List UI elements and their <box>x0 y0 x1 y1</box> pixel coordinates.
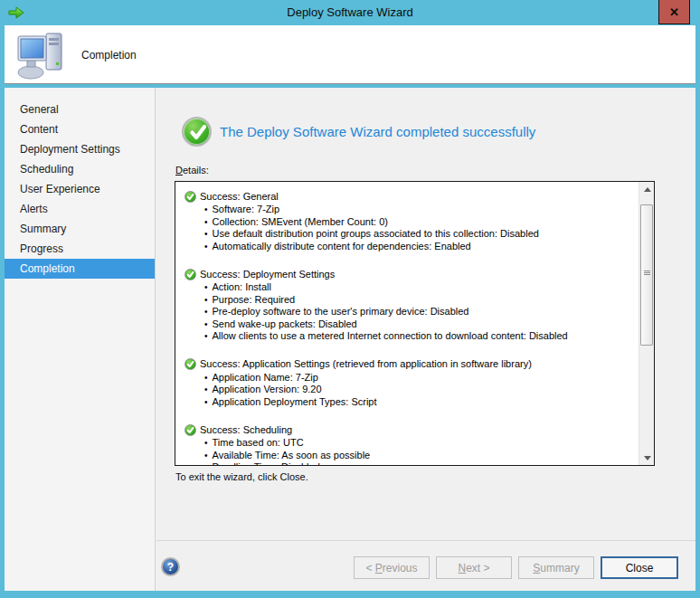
summary-button[interactable]: Summary <box>518 556 594 579</box>
button-row: < Previous Next > Summary Close <box>354 556 678 579</box>
details-label: Details: <box>175 165 209 176</box>
detail-item: Available Time: As soon as possible <box>204 450 635 462</box>
sidebar-item-progress[interactable]: Progress <box>5 239 155 259</box>
detail-item: Use default distribution point groups as… <box>204 228 635 241</box>
close-icon: ✕ <box>669 5 679 19</box>
success-icon <box>182 117 212 147</box>
success-check-icon <box>184 191 196 203</box>
details-section-deployment-settings: Success: Deployment Settings Action: Ins… <box>184 268 635 343</box>
details-section-general: Success: General Software: 7-Zip Collect… <box>184 190 635 252</box>
detail-item: Application Name: 7-Zip <box>204 372 635 384</box>
detail-item: Pre-deploy software to the user's primar… <box>204 306 635 318</box>
sidebar-item-general[interactable]: General <box>5 100 155 119</box>
detail-item: Action: Install <box>204 281 635 294</box>
detail-item: Application Deployment Types: Script <box>204 396 635 409</box>
success-check-icon <box>184 358 196 370</box>
detail-item: Application Version: 9.20 <box>204 384 635 396</box>
section-title: Success: Application Settings (retrieved… <box>200 358 532 370</box>
section-title: Success: General <box>200 191 279 203</box>
details-section-scheduling: Success: Scheduling Time based on: UTC A… <box>184 423 635 465</box>
detail-item: Purpose: Required <box>204 294 635 307</box>
scroll-up-button[interactable] <box>639 182 655 196</box>
detail-item: Collection: SMEvent (Member Count: 0) <box>204 216 635 229</box>
scroll-down-button[interactable] <box>639 451 655 465</box>
exit-note: To exit the wizard, click Close. <box>175 471 308 482</box>
next-button[interactable]: Next > <box>436 556 512 579</box>
help-icon: ? <box>167 561 174 574</box>
success-check-icon <box>184 424 196 436</box>
sidebar-item-scheduling[interactable]: Scheduling <box>5 159 155 179</box>
sidebar-item-deployment-settings[interactable]: Deployment Settings <box>5 139 155 159</box>
detail-item: Automatically distribute content for dep… <box>204 241 635 253</box>
details-scrollbar[interactable] <box>639 182 654 465</box>
sidebar-item-user-experience[interactable]: User Experience <box>5 179 155 199</box>
close-button[interactable]: ✕ <box>658 0 690 24</box>
sidebar-item-summary[interactable]: Summary <box>5 219 155 239</box>
deploy-software-wizard-window: Deploy Software Wizard ✕ <box>0 0 700 598</box>
sidebar-item-completion[interactable]: Completion <box>5 259 155 279</box>
wizard-header: Completion <box>5 25 695 84</box>
detail-item: Time based on: UTC <box>204 437 635 450</box>
detail-item: Allow clients to use a metered Internet … <box>204 330 635 343</box>
wizard-nav-sidebar: General Content Deployment Settings Sche… <box>5 88 156 591</box>
title-bar: Deploy Software Wizard ✕ <box>0 0 700 25</box>
section-title: Success: Scheduling <box>200 424 292 436</box>
help-button[interactable]: ? <box>161 557 180 576</box>
details-content: Success: General Software: 7-Zip Collect… <box>175 182 639 465</box>
previous-button[interactable]: < Previous <box>354 556 430 579</box>
sidebar-item-alerts[interactable]: Alerts <box>5 199 155 219</box>
wizard-body: General Content Deployment Settings Sche… <box>5 88 695 591</box>
details-section-application-settings: Success: Application Settings (retrieved… <box>184 358 635 409</box>
success-check-icon <box>184 269 196 280</box>
sidebar-item-content[interactable]: Content <box>5 119 155 139</box>
scrollbar-thumb[interactable] <box>640 204 653 346</box>
step-title: Completion <box>81 49 137 62</box>
scrollbar-gripper-icon <box>644 271 650 276</box>
footer-divider <box>156 540 695 541</box>
status-heading: The Deploy Software Wizard completed suc… <box>220 124 535 139</box>
details-panel[interactable]: Success: General Software: 7-Zip Collect… <box>175 181 655 466</box>
triangle-up-icon <box>644 187 651 192</box>
green-arrow-icon <box>8 5 24 20</box>
close-wizard-button[interactable]: Close <box>601 556 678 579</box>
window-title: Deploy Software Wizard <box>0 0 700 25</box>
detail-item: Deadline Time: Disabled <box>204 461 635 465</box>
computer-icon <box>16 30 67 81</box>
section-title: Success: Deployment Settings <box>200 269 335 280</box>
detail-item: Software: 7-Zip <box>204 204 635 216</box>
detail-item: Send wake-up packets: Disabled <box>204 318 635 331</box>
wizard-steps-list: General Content Deployment Settings Sche… <box>5 100 155 279</box>
triangle-down-icon <box>644 456 651 460</box>
main-panel: The Deploy Software Wizard completed suc… <box>156 88 695 591</box>
